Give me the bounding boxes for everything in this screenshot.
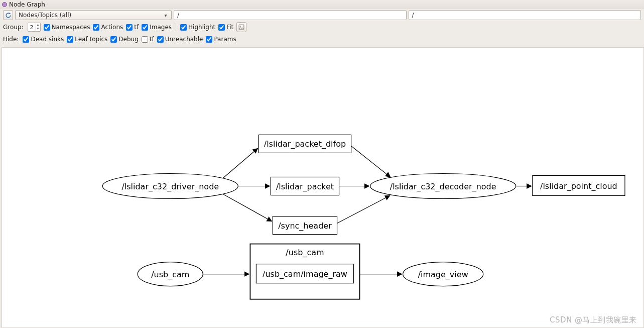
graph-edges	[203, 146, 532, 274]
app-icon	[1, 1, 8, 8]
topic-image-raw-label: /usb_cam/image_raw	[263, 269, 347, 279]
chevron-down-icon: ▾	[162, 13, 169, 18]
params-checkbox[interactable]: Params	[206, 36, 236, 43]
debug-checkbox[interactable]: Debug	[110, 36, 138, 43]
window-title: Node Graph	[9, 1, 45, 8]
hide-options-row: Hide: Dead sinks Leaf topics Debug tf Un…	[0, 33, 644, 45]
node-image-view[interactable]: /image_view	[403, 262, 483, 286]
node-driver[interactable]: /lslidar_c32_driver_node	[102, 173, 238, 198]
svg-rect-1	[239, 25, 244, 30]
topic-sync-label: /sync_header	[278, 221, 332, 231]
images-checkbox[interactable]: Images	[142, 24, 172, 31]
graph-canvas[interactable]: /lslidar_c32_driver_node /lslidar_packet…	[2, 47, 644, 328]
hide-label: Hide:	[3, 36, 19, 43]
namespace-filter-input-1[interactable]: /	[174, 10, 407, 20]
node-usb-cam-label: /usb_cam	[151, 270, 189, 280]
window-titlebar: Node Graph	[0, 0, 644, 9]
spinner-arrows-icon: ▴▾	[36, 23, 40, 31]
fit-checkbox[interactable]: Fit	[218, 24, 233, 31]
svg-point-2	[240, 26, 241, 27]
refresh-button[interactable]	[3, 10, 13, 20]
save-image-button[interactable]	[236, 22, 246, 32]
topic-difop[interactable]: /lslidar_packet_difop	[259, 135, 351, 153]
node-driver-label: /lslidar_c32_driver_node	[121, 182, 219, 192]
dead-sinks-checkbox[interactable]: Dead sinks	[23, 36, 64, 43]
toolbar: Nodes/Topics (all) ▾ / /	[0, 9, 644, 21]
divider	[176, 23, 176, 31]
node-decoder[interactable]: /lslidar_c32_decoder_node	[370, 173, 516, 198]
topic-difop-label: /lslidar_packet_difop	[264, 139, 346, 149]
topic-packet-label: /lslidar_packet	[276, 182, 334, 192]
node-image-view-label: /image_view	[418, 270, 468, 280]
svg-point-0	[3, 3, 7, 7]
unreachable-checkbox[interactable]: Unreachable	[157, 36, 203, 43]
filter-mode-value: Nodes/Topics (all)	[19, 12, 71, 19]
topic-sync[interactable]: /sync_header	[273, 216, 337, 235]
highlight-checkbox[interactable]: Highlight	[180, 24, 215, 31]
group-options-row: Group: 2 ▴▾ Namespaces Actions tf Images…	[0, 21, 644, 33]
leaf-topics-checkbox[interactable]: Leaf topics	[67, 36, 107, 43]
topic-packet[interactable]: /lslidar_packet	[271, 177, 339, 195]
group-depth-spinner[interactable]: 2 ▴▾	[28, 23, 41, 32]
namespace-filter-input-2[interactable]: /	[409, 10, 641, 20]
topic-point-cloud[interactable]: /lslidar_point_cloud	[533, 175, 625, 195]
namespaces-checkbox[interactable]: Namespaces	[44, 24, 90, 31]
tf-group-checkbox[interactable]: tf	[126, 24, 139, 31]
filter-mode-dropdown[interactable]: Nodes/Topics (all) ▾	[15, 10, 172, 20]
actions-checkbox[interactable]: Actions	[93, 24, 123, 31]
node-decoder-label: /lslidar_c32_decoder_node	[390, 182, 496, 192]
topic-point-cloud-label: /lslidar_point_cloud	[540, 181, 617, 191]
namespace-usb-cam[interactable]: /usb_cam /usb_cam/image_raw	[250, 244, 359, 299]
group-label: Group:	[3, 24, 24, 31]
namespace-usb-cam-label: /usb_cam	[286, 248, 324, 258]
node-usb-cam[interactable]: /usb_cam	[138, 262, 203, 286]
tf-hide-checkbox[interactable]: tf	[142, 36, 154, 43]
